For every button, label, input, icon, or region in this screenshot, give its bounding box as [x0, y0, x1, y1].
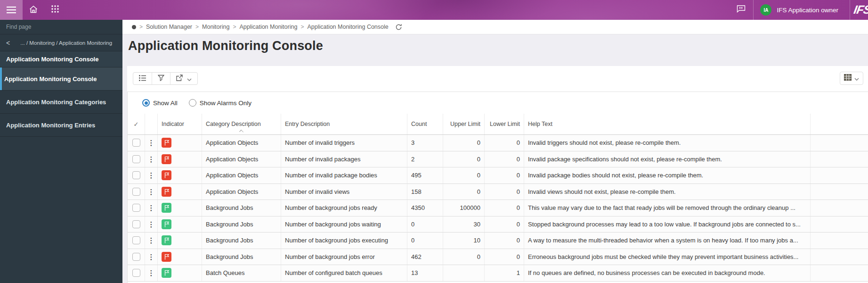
column-header-count[interactable]: Count [407, 114, 443, 134]
chevron-left-icon: < [6, 39, 10, 47]
kebab-menu-icon[interactable]: ⋮ [148, 221, 155, 228]
sidebar-section-title: Application Monitoring Console [0, 51, 122, 67]
indicator-cell [158, 135, 202, 151]
row-checkbox[interactable] [132, 269, 140, 277]
kebab-menu-icon[interactable]: ⋮ [148, 156, 155, 163]
breadcrumb-link[interactable]: Monitoring [202, 24, 229, 30]
kebab-menu-icon[interactable]: ⋮ [148, 188, 155, 195]
column-header-category[interactable]: Category Description [202, 114, 281, 134]
breadcrumb-dot-icon [132, 25, 136, 29]
row-menu-cell: ⋮ [145, 151, 158, 167]
breadcrumb-link[interactable]: Application Monitoring [239, 24, 297, 30]
user-menu[interactable]: IA IFS Application owner [754, 0, 850, 20]
chevron-down-icon [187, 75, 192, 83]
sidebar-item[interactable]: Application Monitoring Entries [0, 114, 122, 137]
kebab-menu-icon[interactable]: ⋮ [148, 253, 155, 260]
indicator-cell [158, 233, 202, 249]
filter-button[interactable] [152, 73, 170, 84]
lower-limit-cell: 0 [485, 167, 524, 183]
entry-cell: Number of background jobs ready [281, 200, 407, 216]
row-checkbox[interactable] [132, 253, 140, 261]
breadcrumb-link[interactable]: Solution Manager [146, 24, 192, 30]
count-cell: 13 [407, 265, 443, 281]
radio-selected-icon[interactable] [142, 99, 150, 107]
table-row: ⋮Batch QueuesNumber of configured batch … [128, 265, 868, 282]
radio-option[interactable]: Show All [142, 99, 178, 107]
sidebar-item[interactable]: Application Monitoring Categories [0, 91, 122, 114]
kebab-menu-icon[interactable]: ⋮ [148, 172, 155, 179]
sidebar-item-label: Application Monitoring Console [4, 75, 97, 83]
navigation-sidebar: Find page < ... / Monitoring / Applicati… [0, 20, 122, 283]
kebab-menu-icon[interactable]: ⋮ [148, 204, 155, 211]
breadcrumb-link[interactable]: Application Monitoring Console [307, 24, 388, 30]
row-checkbox[interactable] [132, 236, 140, 244]
column-header-label: Upper Limit [450, 121, 480, 127]
row-filler-cell [811, 200, 868, 216]
lower-limit-cell: 0 [485, 200, 524, 216]
refresh-icon[interactable] [395, 24, 402, 31]
select-all-icon[interactable]: ✓ [134, 121, 139, 128]
find-page-input[interactable]: Find page [0, 20, 122, 34]
column-header-indicator[interactable]: Indicator [158, 114, 202, 134]
column-header-upper[interactable]: Upper Limit [443, 114, 485, 134]
select-all-header-cell[interactable]: ✓ [128, 114, 145, 134]
kebab-menu-icon[interactable]: ⋮ [148, 139, 155, 146]
table-row: ⋮Background JobsNumber of background job… [128, 200, 868, 216]
row-filler-cell [811, 265, 868, 281]
feedback-button[interactable] [729, 0, 753, 20]
row-checkbox[interactable] [132, 171, 140, 179]
table-row: ⋮Application ObjectsNumber of invalid tr… [128, 135, 868, 151]
sidebar-back-nav[interactable]: < ... / Monitoring / Application Monitor… [0, 34, 122, 51]
row-select-cell [128, 216, 145, 233]
app-launcher-button[interactable] [44, 0, 66, 20]
upper-limit-cell: 100000 [443, 200, 485, 216]
row-checkbox[interactable] [132, 220, 140, 228]
table-view-selector[interactable] [840, 72, 863, 85]
column-header-lower[interactable]: Lower Limit [485, 114, 524, 134]
upper-limit-cell: 0 [443, 167, 485, 183]
row-checkbox[interactable] [132, 188, 140, 196]
list-view-button[interactable] [133, 73, 152, 84]
row-checkbox[interactable] [132, 204, 140, 212]
sidebar-items: Application Monitoring ConsoleApplicatio… [0, 67, 122, 137]
row-filler-cell [811, 216, 868, 233]
help-text-cell: If no queues are defined, no business pr… [524, 265, 811, 281]
lower-limit-cell: 0 [485, 184, 524, 200]
chevron-down-icon [854, 74, 859, 83]
table-row: ⋮Background JobsNumber of background job… [128, 216, 868, 233]
row-select-cell [128, 184, 145, 200]
column-header-label: Help Text [528, 121, 552, 127]
hamburger-menu-button[interactable] [0, 0, 23, 20]
category-cell: Application Objects [202, 167, 281, 183]
column-header-help[interactable]: Help Text [524, 114, 811, 134]
lower-limit-cell: 0 [485, 233, 524, 249]
row-checkbox[interactable] [132, 155, 140, 163]
help-text-cell: A way to measure the multi-threaded beha… [524, 233, 811, 249]
row-filler-cell [811, 249, 868, 265]
row-select-cell [128, 200, 145, 216]
row-filler-cell [811, 135, 868, 151]
home-button[interactable] [23, 0, 44, 20]
row-menu-cell: ⋮ [145, 200, 158, 216]
sidebar-back-path: ... / Monitoring / Application Monitorin… [20, 40, 112, 46]
sidebar-item[interactable]: Application Monitoring Console [0, 67, 122, 91]
radio-option[interactable]: Show Alarms Only [189, 99, 251, 107]
breadcrumb: >Solution Manager>Monitoring>Application… [122, 20, 868, 34]
kebab-menu-icon[interactable]: ⋮ [148, 237, 155, 244]
count-cell: 0 [407, 216, 443, 233]
column-header-entry[interactable]: Entry Description [281, 114, 407, 134]
row-menu-cell: ⋮ [145, 265, 158, 281]
kebab-menu-icon[interactable]: ⋮ [148, 269, 155, 276]
category-cell: Batch Queues [202, 265, 281, 281]
breadcrumb-separator: > [139, 24, 143, 30]
table-body: ⋮Application ObjectsNumber of invalid tr… [128, 135, 868, 282]
row-checkbox[interactable] [132, 139, 140, 147]
help-text-cell: Invalid package specifications should no… [524, 151, 811, 167]
column-header-label: Count [411, 121, 427, 127]
export-icon [176, 75, 183, 83]
breadcrumb-separator: > [300, 24, 304, 30]
radio-unselected-icon[interactable] [189, 99, 196, 107]
table-row: ⋮Background JobsNumber of background job… [128, 249, 868, 266]
export-button[interactable] [170, 73, 197, 84]
row-filler-cell [811, 184, 868, 200]
